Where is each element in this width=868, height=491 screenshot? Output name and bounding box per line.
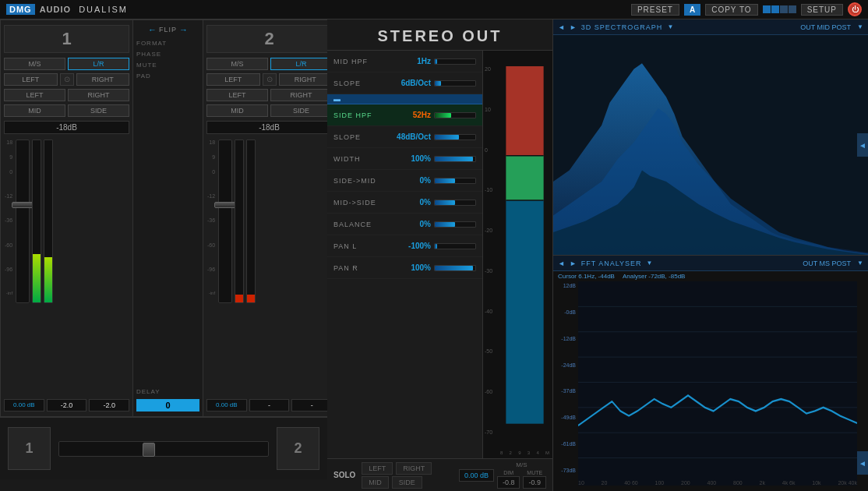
slope1-value[interactable]: 6dB/Oct [396,79,431,87]
copy-to-button[interactable]: COPY TO [705,4,757,16]
fft-freq-20: 20 [602,480,608,486]
spec-left-arrow[interactable]: ◄ [558,23,565,31]
solo-mute-value[interactable]: -0.9 [523,476,546,489]
ch1-left-btn[interactable]: LEFT [4,73,58,86]
balance-value[interactable]: 0% [396,220,431,228]
ch2-pad-display[interactable]: -18dB [206,121,332,134]
vu-scale-n30: -30 [485,268,500,274]
param-row-mid-side: MID->SIDE 0% [327,192,482,214]
fft-n12db: -12dB [553,336,578,341]
ch2-ms-btn[interactable]: M/S [206,58,268,70]
mid-hpf-slider[interactable] [434,58,476,65]
channels-row: 1 M/S L/R LEFT ⊙ RIGHT LEFT RIGHT MID SI… [0,19,327,417]
ch2-db-r[interactable]: - [291,399,332,412]
width-slider[interactable] [434,156,476,162]
ch1-db-l[interactable]: -2.0 [47,399,87,412]
ch2-link-btn[interactable]: ⊙ [263,73,277,86]
preset-button[interactable]: PRESET [631,4,679,16]
ch1-link-btn[interactable]: ⊙ [60,73,74,86]
ch2-fader-thumb[interactable] [214,202,236,208]
slope2-slider[interactable] [434,134,476,140]
balance-fill [435,222,455,227]
ch2-db-l[interactable]: - [249,399,290,412]
fft-nav-arrow[interactable]: ◄ [857,451,868,475]
balance-slider[interactable] [434,221,476,228]
side-hpf-slider[interactable] [434,112,476,118]
ch1-fader-track[interactable] [16,140,30,303]
preset-slot[interactable]: A [684,4,700,16]
slope1-slider[interactable] [434,80,476,87]
transport-ch1[interactable]: 1 [8,427,51,470]
spec-post-dropdown[interactable]: ▼ [857,23,863,30]
side-mid-slider[interactable] [434,178,476,184]
ch2-mid-btn[interactable]: MID [206,104,268,117]
solo-left-btn[interactable]: LEFT [362,462,393,475]
grid-box-1 [763,5,771,13]
ch2-db-main[interactable]: 0.00 dB [206,399,247,412]
ch2-fader-track[interactable] [218,140,232,303]
ch1-pad-display[interactable]: -18dB [4,121,129,134]
fft-freq-scale: 10 20 40 60 100 200 400 800 2k 4k 6k 10k… [578,480,857,486]
ch1-fader-thumb[interactable] [12,202,34,208]
spectrograph-nav-arrow[interactable]: ◄ [857,133,868,157]
stereo-out-title: STEREO OUT [327,19,552,51]
delay-value[interactable]: 0 [136,399,199,412]
setup-button[interactable]: SETUP [801,4,843,16]
width-value[interactable]: 100% [396,154,431,163]
ch2-left-mute[interactable]: LEFT [206,89,268,101]
left-panels: 1 M/S L/R LEFT ⊙ RIGHT LEFT RIGHT MID SI… [0,19,327,491]
solo-dim-mute: M/S DIM -0.8 MUTE -0.9 [497,461,546,489]
solo-mid-btn[interactable]: MID [362,476,389,489]
mid-hpf-label: MID HPF [333,58,396,65]
ch1-side-btn[interactable]: SIDE [68,104,129,117]
stereo-params: MID HPF 1Hz SLOPE 6dB/Oct ▬ [327,51,482,458]
spec-dropdown-arrow[interactable]: ▼ [667,23,673,30]
transport-slider[interactable] [58,441,269,457]
mid-side-value[interactable]: 0% [396,198,431,207]
ch1-db-row: 0.00 dB -2.0 -2.0 [4,397,129,412]
ch1-db-main[interactable]: 0.00 dB [4,399,44,412]
ch2-right-mute[interactable]: RIGHT [270,89,332,101]
ch1-right-btn[interactable]: RIGHT [76,73,130,86]
fft-left-arrow[interactable]: ◄ [558,260,565,267]
mid-side-slider[interactable] [434,200,476,206]
slope2-value[interactable]: 48dB/Oct [396,132,431,141]
spec-right-arrow[interactable]: ► [570,23,577,31]
vu-scale-n60: -60 [485,389,500,394]
transport-ch2[interactable]: 2 [277,427,319,470]
svg-rect-9 [578,281,857,486]
pan-r-value[interactable]: 100% [396,263,431,272]
ch1-ms-btn[interactable]: M/S [4,58,65,70]
ch1-db-r[interactable]: -2.0 [89,399,129,412]
solo-dim-value[interactable]: -0.8 [497,476,520,489]
fft-post-dropdown[interactable]: ▼ [857,260,863,267]
mid-hpf-fill [435,59,437,64]
ch2-left-btn[interactable]: LEFT [206,73,260,86]
pan-r-slider[interactable] [434,265,476,271]
ch1-left-mute[interactable]: LEFT [4,89,65,101]
logo-dualism: DUALISM [79,5,128,14]
solo-side-btn[interactable]: SIDE [392,476,422,489]
solo-right-btn[interactable]: RIGHT [396,462,432,475]
fft-right-arrow[interactable]: ► [570,260,577,267]
pan-l-value[interactable]: -100% [396,242,431,250]
ch2-side-btn[interactable]: SIDE [270,104,332,117]
ch1-mid-btn[interactable]: MID [4,104,65,117]
fft-dropdown-arrow[interactable]: ▼ [647,260,653,267]
layout-grid[interactable] [763,5,796,13]
side-mid-value[interactable]: 0% [396,176,431,185]
flip-label[interactable]: FLIP [159,26,177,34]
ch2-meter-r-fill [247,295,255,302]
mid-side-label: MID->SIDE [333,199,396,207]
mid-hpf-value[interactable]: 1Hz [396,57,431,65]
ch2-lr-btn[interactable]: L/R [270,58,332,70]
pan-l-slider[interactable] [434,243,476,249]
grid-box-4 [789,5,796,13]
solo-db-value[interactable]: 0.00 dB [459,469,494,482]
power-button[interactable]: ⏻ [848,2,862,16]
side-hpf-value[interactable]: 52Hz [396,111,431,119]
ch1-lr-btn[interactable]: L/R [68,58,129,70]
ch2-right-btn[interactable]: RIGHT [279,73,333,86]
ch1-right-mute[interactable]: RIGHT [68,89,129,101]
logo-dmg: DMG [6,4,35,15]
